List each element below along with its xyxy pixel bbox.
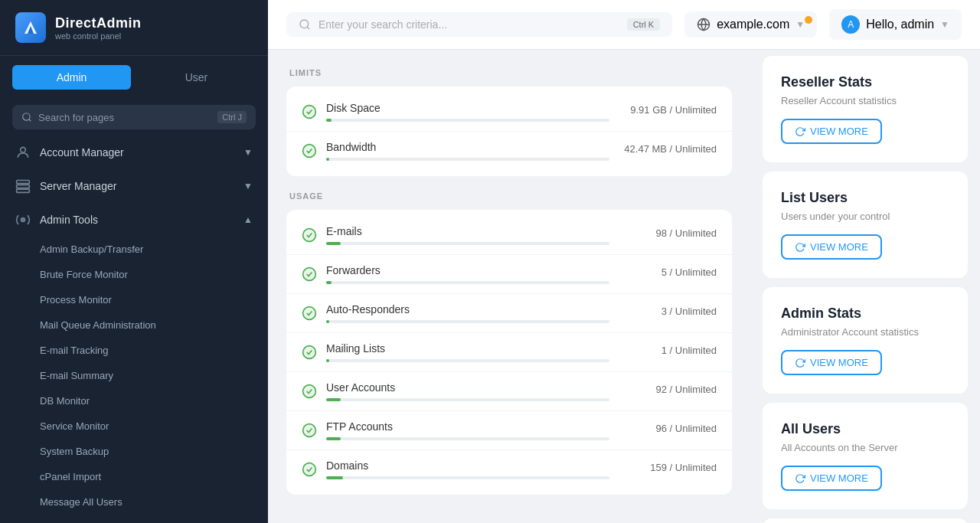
server-manager-chevron: ▼ xyxy=(243,181,253,191)
header-search-shortcut: Ctrl K xyxy=(627,18,661,31)
stat-value-forwarders: 5 / Unlimited xyxy=(622,266,717,278)
stat-name-mailing-lists: Mailing Lists xyxy=(326,342,609,355)
sidebar-item-admin-backup[interactable]: Admin Backup/Transfer xyxy=(0,237,268,262)
check-icon-forwarders xyxy=(302,266,317,282)
stat-row-emails: E-mails 98 / Unlimited xyxy=(286,216,732,255)
svg-point-14 xyxy=(303,106,316,119)
stat-row-forwarders: Forwarders 5 / Unlimited xyxy=(286,255,732,294)
stat-bar-autoresponders xyxy=(326,320,329,323)
check-icon-ftp xyxy=(302,423,317,438)
stat-name-domains: Domains xyxy=(326,459,609,472)
check-icon-user-accounts xyxy=(302,384,317,399)
sidebar-item-cpanel-import[interactable]: cPanel Import xyxy=(0,464,268,489)
logo-area: DirectAdmin web control panel xyxy=(0,0,268,56)
list-users-subtitle: Users under your control xyxy=(781,211,949,222)
stat-row-ftp: FTP Accounts 96 / Unlimited xyxy=(286,411,732,450)
search-input[interactable] xyxy=(38,112,211,123)
search-shortcut: Ctrl J xyxy=(217,111,247,123)
stat-row-bandwidth: Bandwidth 42.47 MB / Unlimited xyxy=(286,132,732,170)
server-icon xyxy=(15,178,31,194)
stat-right-mailing-lists: 1 / Unlimited xyxy=(609,345,717,361)
logo-text: DirectAdmin web control panel xyxy=(55,15,142,41)
user-greeting: Hello, admin xyxy=(866,18,934,31)
sidebar-item-mail-queue-admin[interactable]: Mail Queue Administration xyxy=(0,312,268,338)
stat-bar-mailing-lists xyxy=(326,359,329,362)
header-search-input[interactable] xyxy=(318,18,619,31)
stat-content-emails: E-mails xyxy=(326,225,609,245)
domain-value: example.com xyxy=(717,18,789,31)
stat-content-bandwidth: Bandwidth xyxy=(326,141,609,161)
stat-content-user-accounts: User Accounts xyxy=(326,381,609,401)
admin-stats-view-more-button[interactable]: VIEW MORE xyxy=(781,350,882,375)
stat-right-autoresponders: 3 / Unlimited xyxy=(609,306,717,322)
stat-name-emails: E-mails xyxy=(326,225,609,237)
check-icon-domains xyxy=(302,462,317,477)
tab-user[interactable]: User xyxy=(137,65,256,90)
stat-bar-disk xyxy=(326,119,332,122)
stat-name-autoresponders: Auto-Responders xyxy=(326,303,609,315)
tools-icon xyxy=(15,212,31,227)
stat-row-autoresponders: Auto-Responders 3 / Unlimited xyxy=(286,294,732,333)
stat-bar-ftp xyxy=(326,437,341,440)
sidebar-item-admin-tools[interactable]: Admin Tools ▲ xyxy=(0,203,268,237)
user-icon xyxy=(15,145,31,160)
stat-right-user-accounts: 92 / Unlimited xyxy=(609,384,717,400)
admin-stats-title: Admin Stats xyxy=(781,306,949,322)
sidebar-item-account-manager[interactable]: Account Manager ▼ xyxy=(0,136,268,169)
stat-bar-container-domains xyxy=(326,476,609,479)
sidebar-item-brute-force[interactable]: Brute Force Monitor xyxy=(0,262,268,287)
stat-value-disk: 9.91 GB / Unlimited xyxy=(622,104,717,116)
page-search-bar[interactable]: Ctrl J xyxy=(12,105,256,129)
stat-name-disk: Disk Space xyxy=(326,102,609,114)
stat-right-ftp: 96 / Unlimited xyxy=(609,423,717,439)
sidebar-item-server-manager[interactable]: Server Manager ▼ xyxy=(0,169,268,203)
stat-content-domains: Domains xyxy=(326,459,609,479)
account-manager-chevron: ▼ xyxy=(243,147,253,158)
sidebar-item-email-tracking[interactable]: E-mail Tracking xyxy=(0,338,268,363)
server-manager-label: Server Manager xyxy=(40,180,234,192)
logo-icon xyxy=(15,12,46,43)
check-icon-disk xyxy=(302,104,317,119)
sidebar-item-message-all[interactable]: Message All Users xyxy=(0,489,268,515)
admin-tools-chevron: ▲ xyxy=(243,214,253,225)
sidebar-item-system-backup[interactable]: System Backup xyxy=(0,439,268,464)
main-content: Ctrl K example.com ▼ A Hello, admin ▼ LI… xyxy=(268,0,980,523)
all-users-view-more-button[interactable]: VIEW MORE xyxy=(781,466,882,491)
svg-line-3 xyxy=(29,119,31,122)
stat-right-emails: 98 / Unlimited xyxy=(609,227,717,244)
list-users-view-more-button[interactable]: VIEW MORE xyxy=(781,234,882,260)
domain-selector[interactable]: example.com ▼ xyxy=(684,11,817,38)
stat-right-bandwidth: 42.47 MB / Unlimited xyxy=(609,143,717,159)
sidebar-tabs: Admin User xyxy=(0,56,268,99)
right-panel: Reseller Stats Reseller Account statisti… xyxy=(750,50,980,523)
stat-bar-domains xyxy=(326,476,343,479)
sidebar-item-email-summary[interactable]: E-mail Summary xyxy=(0,363,268,388)
svg-point-18 xyxy=(303,307,316,320)
widget-all-users: All Users All Accounts on the Server VIE… xyxy=(763,403,968,509)
check-icon-mailing-lists xyxy=(302,345,317,360)
svg-point-10 xyxy=(300,20,309,28)
user-menu[interactable]: A Hello, admin ▼ xyxy=(829,9,962,40)
svg-point-16 xyxy=(303,229,316,242)
reseller-stats-view-more-button[interactable]: VIEW MORE xyxy=(781,119,882,144)
check-icon-emails xyxy=(302,227,317,243)
stat-content-ftp: FTP Accounts xyxy=(326,420,609,440)
check-icon-autoresponders xyxy=(302,306,317,321)
sidebar-item-db-monitor[interactable]: DB Monitor xyxy=(0,388,268,413)
search-icon xyxy=(21,112,32,123)
svg-rect-6 xyxy=(17,185,30,188)
stat-bar-container-bandwidth xyxy=(326,158,609,161)
limits-card: Disk Space 9.91 GB / Unlimited xyxy=(286,87,732,176)
stat-right-domains: 159 / Unlimited xyxy=(609,462,717,478)
stat-right-disk: 9.91 GB / Unlimited xyxy=(609,104,717,120)
svg-rect-5 xyxy=(17,181,30,184)
logo-subtitle: web control panel xyxy=(55,31,142,41)
stat-row-disk: Disk Space 9.91 GB / Unlimited xyxy=(286,93,732,132)
stat-row-user-accounts: User Accounts 92 / Unlimited xyxy=(286,372,732,411)
sidebar-item-service-monitor[interactable]: Service Monitor xyxy=(0,413,268,439)
header-search[interactable]: Ctrl K xyxy=(286,12,672,37)
tab-admin[interactable]: Admin xyxy=(12,65,131,90)
sidebar-item-process-monitor[interactable]: Process Monitor xyxy=(0,287,268,312)
stat-bar-container-user-accounts xyxy=(326,398,609,401)
refresh-icon-2 xyxy=(795,242,805,253)
